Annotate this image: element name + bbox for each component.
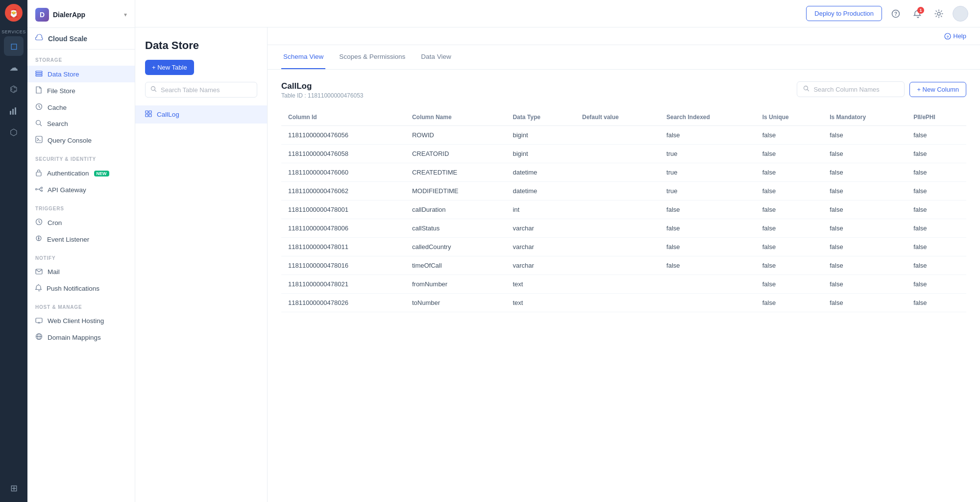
notifications-btn[interactable]: 1 <box>909 6 925 22</box>
app-logo-icon[interactable]: 🎅 <box>5 4 23 22</box>
table-cell: bigint <box>506 126 575 145</box>
rail-icon-dashboard[interactable]: ◻ <box>4 36 24 56</box>
search-table-input[interactable] <box>161 86 252 94</box>
table-cell <box>575 294 660 312</box>
svg-point-13 <box>41 190 43 192</box>
table-grid-icon <box>145 110 152 119</box>
sidebar-item-search[interactable]: Search <box>27 116 135 132</box>
table-cell: false <box>906 238 966 256</box>
sidebar-header[interactable]: D DialerApp ▾ <box>27 0 135 28</box>
th-is-unique: Is Unique <box>756 109 823 126</box>
api-gateway-icon <box>35 186 43 194</box>
table-list-item-calllog[interactable]: CallLog <box>135 105 267 124</box>
new-table-button[interactable]: + New Table <box>145 60 194 75</box>
sidebar-item-cron[interactable]: Cron <box>27 214 135 231</box>
svg-point-30 <box>804 86 808 90</box>
table-cell <box>575 275 660 294</box>
svg-rect-1 <box>12 109 14 115</box>
sidebar-cron-label: Cron <box>48 219 62 226</box>
table-panel-actions: + New Table <box>145 60 257 75</box>
rail-icon-analytics[interactable] <box>4 101 24 121</box>
user-avatar[interactable] <box>953 6 968 22</box>
notification-count: 1 <box>917 7 924 14</box>
rail-icon-connections[interactable]: ⬡ <box>4 123 24 142</box>
schema-content: CallLog Table ID : 11811000000476053 + N… <box>268 70 980 502</box>
search-table-icon <box>150 86 157 94</box>
new-column-button[interactable]: + New Column <box>909 82 966 97</box>
table-item-name: CallLog <box>157 111 179 118</box>
search-column-input[interactable] <box>813 86 898 93</box>
sidebar-item-file-store[interactable]: File Store <box>27 82 135 99</box>
table-cell: bigint <box>506 145 575 163</box>
table-cell: ROWID <box>405 126 506 145</box>
rail-icon-cloud[interactable]: ☁ <box>4 58 24 77</box>
settings-btn[interactable] <box>931 6 947 22</box>
column-search-box[interactable] <box>797 81 905 97</box>
cache-icon <box>35 103 43 112</box>
table-cell: false <box>756 163 823 182</box>
sidebar-item-mail[interactable]: Mail <box>27 264 135 280</box>
table-cell: false <box>906 201 966 219</box>
table-cell <box>575 219 660 238</box>
section-label-security: SECURITY & IDENTITY <box>27 149 135 165</box>
table-cell: 11811000000478011 <box>281 238 405 256</box>
table-search-box[interactable] <box>145 82 257 98</box>
svg-rect-24 <box>146 111 148 113</box>
sidebar-item-data-store[interactable]: Data Store <box>27 66 135 82</box>
table-cell: 11811000000476060 <box>281 163 405 182</box>
table-cell: callStatus <box>405 219 506 238</box>
sidebar-item-push-notifications[interactable]: Push Notifications <box>27 280 135 297</box>
table-cell: false <box>756 201 823 219</box>
svg-rect-6 <box>36 75 42 76</box>
tab-schema-view[interactable]: Schema View <box>281 45 325 69</box>
authentication-icon <box>35 169 42 178</box>
chevron-down-icon: ▾ <box>124 11 127 18</box>
table-cell <box>575 201 660 219</box>
table-cell: int <box>506 201 575 219</box>
th-default-value: Default value <box>575 109 660 126</box>
table-cell: false <box>906 145 966 163</box>
sidebar-item-web-hosting[interactable]: Web Client Hosting <box>27 313 135 329</box>
deploy-button[interactable]: Deploy to Production <box>806 6 882 21</box>
domain-icon <box>35 333 43 342</box>
table-cell: MODIFIEDTIME <box>405 182 506 201</box>
sidebar-item-authentication[interactable]: Authentication NEW <box>27 165 135 182</box>
table-cell: varchar <box>506 219 575 238</box>
sidebar-cloud-scale[interactable]: Cloud Scale <box>27 28 135 50</box>
sidebar-item-api-gateway[interactable]: API Gateway <box>27 182 135 198</box>
section-label-storage: STORAGE <box>27 50 135 66</box>
table-cell <box>575 163 660 182</box>
help-label: Help <box>953 32 966 40</box>
sidebar-item-event-listener[interactable]: Event Listener <box>27 231 135 248</box>
svg-text:?: ? <box>947 34 949 39</box>
tab-data-view[interactable]: Data View <box>419 45 453 69</box>
help-icon-btn[interactable]: ? <box>888 6 904 22</box>
cloud-scale-label: Cloud Scale <box>48 35 87 43</box>
table-cell: false <box>906 219 966 238</box>
rail-icon-functions[interactable]: ⌬ <box>4 79 24 99</box>
file-store-icon <box>35 86 42 95</box>
tab-scopes-permissions[interactable]: Scopes & Permissions <box>337 45 407 69</box>
top-nav: Deploy to Production ? 1 <box>135 0 980 27</box>
help-link[interactable]: ? Help <box>944 32 966 40</box>
table-row: 11811000000476060CREATEDTIMEdatetimetrue… <box>281 163 966 182</box>
table-info: CallLog Table ID : 11811000000476053 <box>281 81 363 99</box>
svg-rect-25 <box>149 111 151 113</box>
schema-table: Column Id Column Name Data Type Default … <box>281 109 966 312</box>
sidebar-item-query-console[interactable]: Query Console <box>27 132 135 149</box>
table-cell: 11811000000476056 <box>281 126 405 145</box>
sidebar-item-domain-mappings[interactable]: Domain Mappings <box>27 329 135 346</box>
table-cell: 11811000000476058 <box>281 145 405 163</box>
table-cell: 11811000000478026 <box>281 294 405 312</box>
sidebar-query-label: Query Console <box>48 137 92 144</box>
rail-icon-grid[interactable]: ⊞ <box>4 478 24 498</box>
table-cell: 11811000000476062 <box>281 182 405 201</box>
table-cell: false <box>906 256 966 275</box>
table-id-label: Table ID : 11811000000476053 <box>281 92 363 99</box>
th-pii: PII/ePHI <box>906 109 966 126</box>
table-row: 11811000000478021fromNumbertextfalsefals… <box>281 275 966 294</box>
table-cell: calledCountry <box>405 238 506 256</box>
sidebar-item-cache[interactable]: Cache <box>27 99 135 116</box>
query-console-icon <box>35 136 43 145</box>
table-cell: 11811000000478016 <box>281 256 405 275</box>
